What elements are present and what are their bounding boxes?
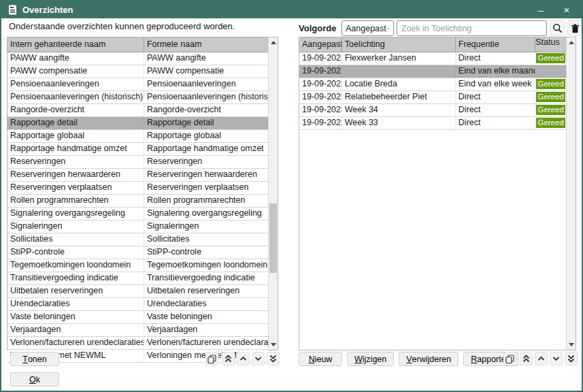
- column-header-frequentie[interactable]: Frequentie: [456, 37, 535, 52]
- table-row[interactable]: SollicitatiesSollicitaties: [7, 233, 268, 246]
- table-cell: Pensioenaanleveringen (historisch): [7, 91, 144, 103]
- chevron-down-icon: [386, 27, 390, 31]
- column-header-toelichting[interactable]: Toelichting: [342, 37, 456, 52]
- scroll-down-arrow[interactable]: [269, 340, 278, 350]
- column-header-intern-naam[interactable]: Intern gehanteerde naam: [7, 37, 144, 52]
- ok-button[interactable]: Ok: [10, 372, 59, 387]
- table-cell: Reserveringen: [7, 156, 144, 168]
- chevron-down-icon: [552, 356, 560, 361]
- table-cell: Vaste beloningen: [7, 311, 144, 323]
- table-cell: Direct: [456, 52, 535, 65]
- table-row[interactable]: 19-09-2023Week 34DirectGereed: [299, 104, 566, 117]
- nieuw-button[interactable]: Nieuw: [299, 352, 342, 366]
- move-top-button[interactable]: [222, 352, 235, 365]
- column-header-formele-naam[interactable]: Formele naam: [144, 37, 268, 52]
- table-row[interactable]: 19-09-2023Relatiebeheerder PietDirectGer…: [299, 91, 566, 104]
- table-row[interactable]: Rangorde-overzichtRangorde-overzicht: [7, 104, 268, 117]
- table-cell: Rapportage handmatige omzet: [7, 143, 144, 155]
- table-cell: Gereed: [535, 78, 566, 91]
- titlebar: Overzichten – ×: [1, 1, 582, 18]
- table-row[interactable]: PAWW aangiftePAWW aangifte: [7, 52, 268, 65]
- table-cell: Rapportage detail: [7, 117, 144, 129]
- table-row[interactable]: Pensioenaanleveringen (historisch)Pensio…: [7, 91, 268, 104]
- overzichten-window: Overzichten – × Onderstaande overzichten…: [0, 0, 583, 392]
- double-chevron-down-icon: [269, 355, 277, 363]
- scroll-up-arrow[interactable]: [269, 37, 278, 48]
- table-row[interactable]: PensioenaanleveringenPensioenaanlevering…: [7, 78, 268, 91]
- table-row[interactable]: 19-09-2023Flexwerker JansenDirectGereed: [299, 52, 566, 65]
- left-iconbar: [205, 352, 280, 365]
- table-cell: Week 33: [342, 117, 456, 129]
- move-up-button[interactable]: [237, 352, 250, 365]
- table-row[interactable]: PAWW compensatiePAWW compensatie: [7, 65, 268, 78]
- move-down-button[interactable]: [252, 352, 265, 365]
- table-cell: 19-09-2023: [299, 65, 342, 78]
- table-cell: Week 34: [342, 104, 456, 116]
- move-down-button[interactable]: [550, 352, 563, 365]
- search-icon: [552, 23, 563, 33]
- table-row[interactable]: Rollen programmarechtenRollen programmar…: [7, 195, 268, 208]
- right-button-row: Nieuw Wijzigen Verwijderen Rapporten: [299, 352, 518, 366]
- copy-button[interactable]: [503, 352, 516, 365]
- move-bottom-button[interactable]: [267, 352, 280, 365]
- table-row[interactable]: Reserveringen herwaarderenReserveringen …: [7, 169, 268, 182]
- status-badge: Gereed: [536, 92, 565, 102]
- table-row[interactable]: Rapportage detailRapportage detail: [7, 117, 268, 130]
- status-badge: Gereed: [536, 53, 565, 63]
- verwijderen-button[interactable]: Verwijderen: [399, 352, 459, 366]
- table-cell: Verlonen/factureren urendeclarat...: [144, 337, 268, 349]
- right-table-body: 19-09-2023Flexwerker JansenDirectGereed1…: [299, 52, 566, 130]
- move-up-button[interactable]: [535, 352, 548, 365]
- table-cell: 19-09-2023: [299, 91, 342, 103]
- window-title: Overzichten: [22, 5, 73, 15]
- move-bottom-button[interactable]: [565, 352, 578, 365]
- copy-button[interactable]: [205, 352, 218, 365]
- delete-filter-button[interactable]: [567, 20, 583, 36]
- left-table-body: PAWW aangiftePAWW aangiftePAWW compensat…: [7, 52, 268, 363]
- table-row[interactable]: Tegemoetkomingen loondomeinTegemoetkomin…: [7, 259, 268, 272]
- wijzigen-button[interactable]: Wijzigen: [347, 352, 394, 366]
- table-cell: Direct: [456, 104, 535, 116]
- table-row[interactable]: VerjaardagenVerjaardagen: [7, 324, 268, 337]
- scrollbar-thumb[interactable]: [269, 203, 277, 273]
- column-header-status[interactable]: Status: [535, 37, 566, 52]
- minimize-button[interactable]: –: [535, 5, 546, 15]
- scroll-up-arrow[interactable]: [567, 37, 576, 48]
- scroll-down-arrow[interactable]: [567, 340, 576, 350]
- column-header-aangepast[interactable]: Aangepast: [299, 37, 342, 52]
- table-cell: 19-09-2023: [299, 78, 342, 91]
- table-row[interactable]: Uitbetalen reserveringenUitbetalen reser…: [7, 285, 268, 298]
- table-cell: Transitievergoeding indicatie: [7, 272, 144, 284]
- table-row[interactable]: Verlonen/factureren urendeclaratiesVerlo…: [7, 337, 268, 350]
- table-row[interactable]: Rapportage handmatige omzetRapportage ha…: [7, 143, 268, 156]
- table-row[interactable]: Rapportage globaalRapportage globaal: [7, 130, 268, 143]
- table-row[interactable]: 19-09-2023Eind van elke maand: [299, 65, 566, 78]
- table-cell: Flexwerker Jansen: [342, 52, 456, 65]
- table-row[interactable]: 19-09-2023Locatie BredaEind van elke wee…: [299, 78, 566, 91]
- table-row[interactable]: Reserveringen verplaatsenReserveringen v…: [7, 182, 268, 195]
- close-button[interactable]: ×: [561, 5, 572, 15]
- table-cell: Uitbetalen reserveringen: [144, 285, 268, 297]
- table-row[interactable]: ReserveringenReserveringen: [7, 156, 268, 169]
- table-cell: Verjaardagen: [144, 324, 268, 336]
- table-cell: Rangorde-overzicht: [144, 104, 268, 116]
- table-row[interactable]: Transitievergoeding indicatieTransitieve…: [7, 272, 268, 285]
- table-cell: Reserveringen verplaatsen: [7, 182, 144, 194]
- table-row[interactable]: 19-09-2023Week 33DirectGereed: [299, 117, 566, 130]
- table-row[interactable]: UrendeclaratiesUrendeclaraties: [7, 298, 268, 311]
- chevron-up-icon: [537, 356, 545, 361]
- volgorde-select[interactable]: Aangepast: [342, 20, 394, 36]
- table-row[interactable]: Signalering overgangsregelingSignalering…: [7, 208, 268, 220]
- triangle-up-icon: [569, 41, 574, 44]
- left-table-header: Intern gehanteerde naam Formele naam: [7, 37, 268, 52]
- left-table-scrollbar[interactable]: [268, 37, 278, 350]
- search-button[interactable]: [550, 20, 565, 36]
- search-input[interactable]: [397, 20, 547, 36]
- table-cell: Reserveringen verplaatsen: [144, 182, 268, 194]
- table-row[interactable]: Vaste beloningenVaste beloningen: [7, 311, 268, 324]
- tonen-button[interactable]: Tonen: [10, 352, 59, 366]
- table-row[interactable]: StiPP-controleStiPP-controle: [7, 246, 268, 259]
- right-table-scrollbar[interactable]: [566, 37, 576, 350]
- move-top-button[interactable]: [520, 352, 533, 365]
- table-row[interactable]: SignaleringenSignaleringen: [7, 220, 268, 233]
